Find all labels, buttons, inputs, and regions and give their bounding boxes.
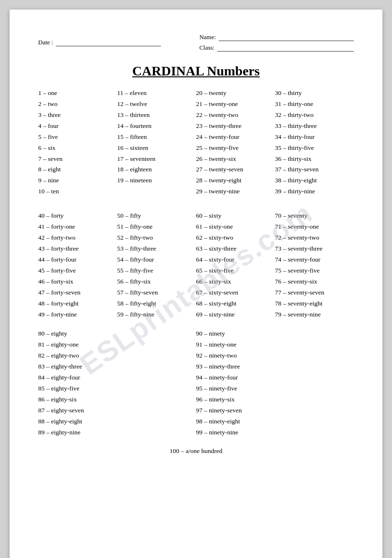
list-item: 93 – ninety-three <box>196 362 354 372</box>
class-line <box>217 44 354 52</box>
header-fields: Date : Name: Class: <box>38 33 354 52</box>
list-item: 14 – fourteen <box>117 121 196 131</box>
list-item: 5 – five <box>38 132 117 142</box>
list-item: 65 – sixty-five <box>196 266 275 276</box>
list-item: 32 – thirty-two <box>275 110 354 120</box>
list-item: 79 – seventy-nine <box>275 310 354 320</box>
list-item: 7 – seven <box>38 154 117 164</box>
list-item: 11 – eleven <box>117 88 196 98</box>
list-item: 39 – thirty-nine <box>275 187 354 197</box>
list-item: 6 – six <box>38 143 117 153</box>
list-item: 56 – fifty-six <box>117 277 196 287</box>
list-item: 44 – forty-four <box>38 255 117 265</box>
list-item: 20 – twenty <box>196 88 275 98</box>
hundred: 100 – a/one hundred <box>38 447 354 455</box>
list-item: 57 – fifty-seven <box>117 288 196 298</box>
list-item: 84 – eighty-four <box>38 373 196 383</box>
list-item: 99 – ninety-nine <box>196 428 354 438</box>
list-item: 45 – forty-five <box>38 266 117 276</box>
list-item: 61 – sixty-one <box>196 222 275 232</box>
col-20-29: 20 – twenty21 – twenty-one22 – twenty-tw… <box>196 88 275 197</box>
list-item: 28 – twenty-eight <box>196 176 275 186</box>
list-item: 74 – seventy-four <box>275 255 354 265</box>
list-item: 47 – forty-seven <box>38 288 117 298</box>
list-item: 26 – twenty-six <box>196 154 275 164</box>
list-item: 71 – seventy-one <box>275 222 354 232</box>
list-item: 36 – thirty-six <box>275 154 354 164</box>
list-item: 53 – fifty-three <box>117 244 196 254</box>
list-item: 54 – fifty-four <box>117 255 196 265</box>
section-40-79: 40 – forty41 – forty-one42 – forty-two43… <box>38 211 354 319</box>
list-item: 75 – seventy-five <box>275 266 354 276</box>
date-label: Date : <box>38 39 53 46</box>
section-80-99: 80 – eighty81 – eighty-one82 – eighty-tw… <box>38 329 354 437</box>
list-item: 22 – twenty-two <box>196 110 275 120</box>
col-30-39: 30 – thirty31 – thirty-one32 – thirty-tw… <box>275 88 354 197</box>
list-item: 90 – ninety <box>196 329 354 339</box>
list-item: 30 – thirty <box>275 88 354 98</box>
list-item: 37 – thirty-seven <box>275 165 354 175</box>
list-item: 96 – ninety-six <box>196 395 354 405</box>
list-item: 42 – forty-two <box>38 233 117 243</box>
list-item: 35 – thirty-five <box>275 143 354 153</box>
list-item: 34 – thirty-four <box>275 132 354 142</box>
section-1-39: 1 – one2 – two3 – three4 – four5 – five6… <box>38 88 354 197</box>
col-50-59: 50 – fifty51 – fifty-one52 – fifty-two53… <box>117 211 196 319</box>
list-item: 88 – eighty-eight <box>38 417 196 427</box>
list-item: 89 – eighty-nine <box>38 428 196 438</box>
col-90-99: 90 – ninety91 – ninety-one92 – ninety-tw… <box>196 329 354 437</box>
list-item: 81 – eighty-one <box>38 340 196 350</box>
list-item: 66 – sixty-six <box>196 277 275 287</box>
list-item: 9 – nine <box>38 176 117 186</box>
list-item: 24 – twenty-four <box>196 132 275 142</box>
list-item: 73 – seventy-three <box>275 244 354 254</box>
list-item: 43 – forty-three <box>38 244 117 254</box>
list-item: 82 – eighty-two <box>38 351 196 361</box>
list-item: 2 – two <box>38 99 117 109</box>
list-item: 64 – sixty-four <box>196 255 275 265</box>
list-item: 16 – sixteen <box>117 143 196 153</box>
list-item: 97 – ninety-seven <box>196 406 354 416</box>
list-item: 8 – eight <box>38 165 117 175</box>
col-70-79: 70 – seventy71 – seventy-one72 – seventy… <box>275 211 354 319</box>
list-item: 41 – forty-one <box>38 222 117 232</box>
list-item: 69 – sixty-nine <box>196 310 275 320</box>
list-item: 19 – nineteen <box>117 176 196 186</box>
list-item: 15 – fifteen <box>117 132 196 142</box>
page: ESLprintables.com Date : Name: Class: CA… <box>10 10 382 558</box>
col-11-19: 11 – eleven12 – twelve13 – thirteen14 – … <box>117 88 196 197</box>
list-item: 48 – forty-eight <box>38 299 117 309</box>
name-label: Name: <box>199 33 216 41</box>
col-60-69: 60 – sixty61 – sixty-one62 – sixty-two63… <box>196 211 275 319</box>
class-label: Class: <box>199 44 214 52</box>
list-item: 67 – sixty-seven <box>196 288 275 298</box>
date-line <box>56 39 161 46</box>
list-item: 87 – eighty-seven <box>38 406 196 416</box>
list-item: 31 – thirty-one <box>275 99 354 109</box>
list-item: 3 – three <box>38 110 117 120</box>
list-item: 50 – fifty <box>117 211 196 221</box>
page-title: CARDINAL Numbers <box>38 63 354 79</box>
list-item: 13 – thirteen <box>117 110 196 120</box>
list-item: 80 – eighty <box>38 329 196 339</box>
list-item: 46 – forty-six <box>38 277 117 287</box>
name-row: Name: <box>199 33 354 41</box>
list-item: 70 – seventy <box>275 211 354 221</box>
list-item: 91 – ninety-one <box>196 340 354 350</box>
list-item: 85 – eighty-five <box>38 384 196 394</box>
list-item: 58 – fifty-eight <box>117 299 196 309</box>
list-item: 94 – ninety-four <box>196 373 354 383</box>
list-item: 27 – twenty-seven <box>196 165 275 175</box>
header-right: Name: Class: <box>199 33 354 52</box>
list-item: 49 – forty-nine <box>38 310 117 320</box>
list-item: 51 – fifty-one <box>117 222 196 232</box>
list-item: 86 – eighty-six <box>38 395 196 405</box>
list-item: 4 – four <box>38 121 117 131</box>
list-item: 77 – seventy-seven <box>275 288 354 298</box>
list-item: 63 – sixty-three <box>196 244 275 254</box>
list-item: 52 – fifty-two <box>117 233 196 243</box>
list-item: 98 – ninety-eight <box>196 417 354 427</box>
list-item: 33 – thirty-three <box>275 121 354 131</box>
list-item: 76 – seventy-six <box>275 277 354 287</box>
list-item: 95 – ninety-five <box>196 384 354 394</box>
